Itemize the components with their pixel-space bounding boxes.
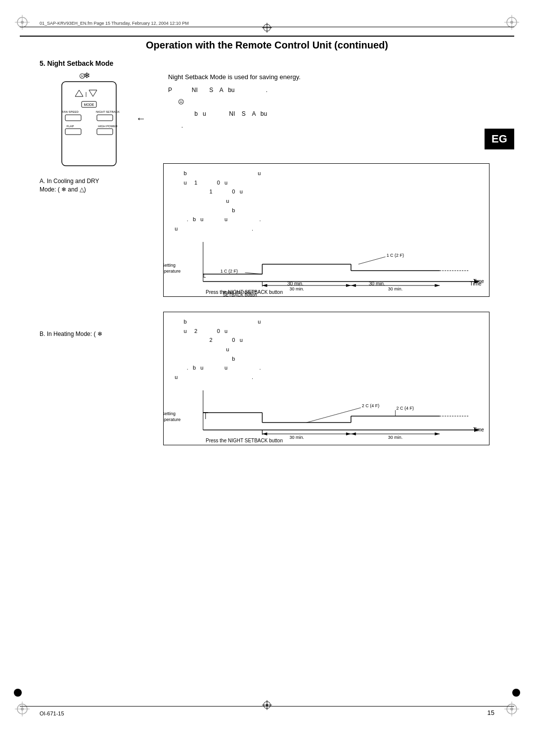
page-title: Operation with the Remote Control Unit (… xyxy=(0,40,534,51)
svg-marker-85 xyxy=(351,432,356,435)
svg-rect-30 xyxy=(97,115,113,121)
diag-a-time: Time xyxy=(470,281,482,286)
arrow-indicator: ← xyxy=(136,113,146,124)
diagram-b: b u u 2 0 u 2 0 u u xyxy=(163,312,490,445)
corner-mark-br xyxy=(504,702,519,716)
section5-title: 5. Night Setback Mode xyxy=(40,59,113,67)
svg-marker-82 xyxy=(346,432,351,435)
section-b-label: B. In Heating Mode: ( ❄ xyxy=(40,331,102,337)
diag-a-text: b u u 1 0 u 1 0 u u xyxy=(169,169,484,234)
corner-mark-bl xyxy=(15,702,30,716)
svg-text:1 C (2 F): 1 C (2 F) xyxy=(387,253,404,258)
pni-text-block: P NI S A bu . ☹ b u NI S A bu . xyxy=(168,84,267,132)
svg-marker-22 xyxy=(75,90,83,96)
svg-text:2 C (4 F): 2 C (4 F) xyxy=(397,406,414,411)
file-info: 01_SAP-KRV93EH_EN.fm Page 15 Thursday, F… xyxy=(40,21,189,26)
main-separator xyxy=(20,36,514,37)
eg-badge: EG xyxy=(485,129,514,149)
svg-text:30 min.: 30 min. xyxy=(289,435,304,440)
svg-marker-56 xyxy=(351,284,356,287)
svg-text:2 C (4 F): 2 C (4 F) xyxy=(362,403,379,408)
diag-a-min1: 30 min. xyxy=(287,281,304,286)
section-a-label: A. In Cooling and DRY Mode: ( ❄ and △) xyxy=(40,177,99,194)
svg-text:FAN SPEED: FAN SPEED xyxy=(62,110,79,113)
svg-text:30 min.: 30 min. xyxy=(388,286,402,291)
center-crosshair-bottom xyxy=(262,700,272,711)
svg-marker-52 xyxy=(262,284,267,287)
svg-marker-53 xyxy=(346,284,351,287)
svg-text:1 C (2 F): 1 C (2 F) xyxy=(221,269,238,274)
svg-text:Setting: Setting xyxy=(164,263,176,268)
svg-text:FLAP: FLAP xyxy=(66,125,74,128)
diagram-a: b u u 1 0 u 1 0 u u xyxy=(163,163,490,297)
diag-b-press-label: Press the NIGHT SETBACK button xyxy=(206,437,283,444)
diag-a-press-label: Press the NIGHT SETBACK button xyxy=(206,289,283,295)
svg-rect-33 xyxy=(65,129,81,135)
remote-control-image: ❄ ☹ | MODE FAN SPEED NIGHT SETBACK FLAP … xyxy=(40,69,138,168)
svg-text:Setting: Setting xyxy=(164,411,176,416)
svg-text:MODE: MODE xyxy=(84,103,94,106)
diag-b-text: b u u 2 0 u 2 0 u u xyxy=(169,317,484,382)
svg-text:☹: ☹ xyxy=(79,73,86,80)
svg-marker-81 xyxy=(262,432,267,435)
svg-line-76 xyxy=(307,408,361,423)
diag-a-min2: 30 min. xyxy=(369,281,385,286)
corner-mark-tl xyxy=(15,15,30,30)
svg-rect-29 xyxy=(65,115,81,121)
corner-dot-br xyxy=(512,689,520,697)
doc-ref: OI-671-15 xyxy=(40,710,64,716)
corner-dot-bl xyxy=(14,689,22,697)
svg-marker-57 xyxy=(435,284,440,287)
svg-text:temperature: temperature xyxy=(164,269,180,274)
nsm-description: Night Setback Mode is used for saving en… xyxy=(168,73,301,81)
svg-text:|: | xyxy=(86,92,87,97)
svg-text:30 min.: 30 min. xyxy=(289,286,304,291)
svg-text:HIGH POWER: HIGH POWER xyxy=(98,125,118,128)
svg-text:L: L xyxy=(203,273,206,279)
corner-mark-tr xyxy=(504,15,519,30)
svg-marker-86 xyxy=(435,432,440,435)
svg-line-46 xyxy=(358,257,386,264)
svg-text:NIGHT SETBACK: NIGHT SETBACK xyxy=(96,110,120,113)
svg-rect-21 xyxy=(62,82,116,166)
svg-text:temperature: temperature xyxy=(164,417,180,422)
page-number: 15 xyxy=(488,709,494,716)
svg-rect-34 xyxy=(97,129,113,135)
center-crosshair-top xyxy=(262,23,272,34)
svg-marker-24 xyxy=(89,90,97,96)
svg-text:30 min.: 30 min. xyxy=(388,435,402,440)
svg-text:Time: Time xyxy=(473,427,484,432)
